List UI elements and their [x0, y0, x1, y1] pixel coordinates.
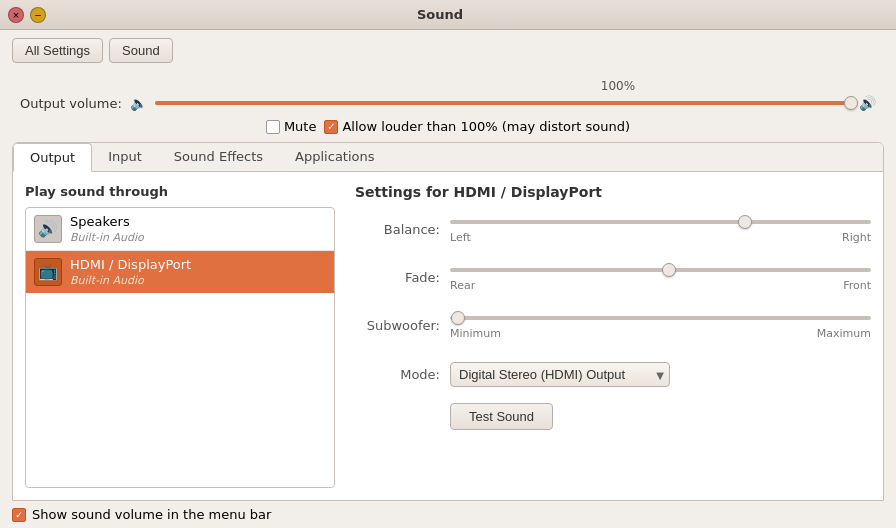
subwoofer-slider-wrap: Minimum Maximum	[450, 310, 871, 340]
volume-low-icon: 🔈	[130, 95, 147, 111]
fade-row: Fade: Rear Front	[355, 262, 871, 292]
tabs-container: Output Input Sound Effects Applications …	[12, 142, 884, 501]
balance-right-label: Right	[842, 231, 871, 244]
volume-slider[interactable]	[155, 101, 851, 105]
left-panel: Play sound through 🔊 Speakers Built-in A…	[25, 184, 335, 488]
subwoofer-row: Subwoofer: Minimum Maximum	[355, 310, 871, 340]
tab-input[interactable]: Input	[92, 143, 158, 172]
window-title: Sound	[0, 7, 888, 22]
left-panel-title: Play sound through	[25, 184, 335, 199]
test-sound-wrap: Test Sound	[355, 397, 871, 430]
mode-select[interactable]: Digital Stereo (HDMI) Output Analog Ster…	[450, 362, 670, 387]
speakers-name: Speakers	[70, 214, 144, 231]
mute-checkbox[interactable]	[266, 120, 280, 134]
fade-sub-labels: Rear Front	[450, 279, 871, 292]
louder-checkbox[interactable]: ✓	[324, 120, 338, 134]
window: × − Sound All Settings Sound 100% Output…	[0, 0, 896, 528]
fade-rear-label: Rear	[450, 279, 475, 292]
subwoofer-sub-labels: Minimum Maximum	[450, 327, 871, 340]
balance-slider[interactable]	[450, 220, 871, 224]
toolbar: All Settings Sound	[0, 30, 896, 71]
device-item-speakers[interactable]: 🔊 Speakers Built-in Audio	[26, 208, 334, 251]
show-volume-label: Show sound volume in the menu bar	[32, 507, 271, 522]
subwoofer-max-label: Maximum	[817, 327, 871, 340]
volume-label: Output volume:	[20, 96, 122, 111]
volume-row: Output volume: 🔈 🔊	[20, 95, 876, 111]
mute-row: Mute ✓ Allow louder than 100% (may disto…	[0, 115, 896, 138]
tab-sound-effects[interactable]: Sound Effects	[158, 143, 279, 172]
device-item-hdmi[interactable]: 📺 HDMI / DisplayPort Built-in Audio	[26, 251, 334, 293]
balance-left-label: Left	[450, 231, 471, 244]
speakers-sub: Built-in Audio	[70, 231, 144, 244]
fade-slider-wrap: Rear Front	[450, 262, 871, 292]
speakers-icon: 🔊	[34, 215, 62, 243]
tabs-bar: Output Input Sound Effects Applications	[13, 143, 883, 172]
hdmi-info: HDMI / DisplayPort Built-in Audio	[70, 257, 191, 287]
louder-label: Allow louder than 100% (may distort soun…	[342, 119, 630, 134]
fade-thumb[interactable]	[662, 263, 676, 277]
volume-thumb[interactable]	[844, 96, 858, 110]
volume-percent: 100%	[601, 79, 635, 93]
titlebar: × − Sound	[0, 0, 896, 30]
sound-button[interactable]: Sound	[109, 38, 173, 63]
hdmi-sub: Built-in Audio	[70, 274, 191, 287]
subwoofer-min-label: Minimum	[450, 327, 501, 340]
mode-label: Mode:	[355, 367, 440, 382]
device-list: 🔊 Speakers Built-in Audio 📺 HDMI / Displ…	[25, 207, 335, 488]
mute-checkbox-wrap: Mute	[266, 119, 317, 134]
bottom-bar: ✓ Show sound volume in the menu bar	[0, 501, 896, 528]
balance-label: Balance:	[355, 222, 440, 237]
test-sound-button[interactable]: Test Sound	[450, 403, 553, 430]
volume-high-icon: 🔊	[859, 95, 876, 111]
volume-section: 100% Output volume: 🔈 🔊	[0, 71, 896, 115]
mute-label: Mute	[284, 119, 317, 134]
balance-sub-labels: Left Right	[450, 231, 871, 244]
tab-output[interactable]: Output	[13, 143, 92, 172]
tab-output-content: Play sound through 🔊 Speakers Built-in A…	[13, 172, 883, 500]
balance-row: Balance: Left Right	[355, 214, 871, 244]
subwoofer-label: Subwoofer:	[355, 318, 440, 333]
volume-fill	[155, 101, 851, 105]
louder-checkbox-wrap: ✓ Allow louder than 100% (may distort so…	[324, 119, 630, 134]
show-volume-checkbox[interactable]: ✓	[12, 508, 26, 522]
mode-row: Mode: Digital Stereo (HDMI) Output Analo…	[355, 362, 871, 387]
subwoofer-slider[interactable]	[450, 316, 871, 320]
subwoofer-thumb[interactable]	[451, 311, 465, 325]
right-panel-title: Settings for HDMI / DisplayPort	[355, 184, 871, 200]
speakers-info: Speakers Built-in Audio	[70, 214, 144, 244]
all-settings-button[interactable]: All Settings	[12, 38, 103, 63]
right-panel: Settings for HDMI / DisplayPort Balance:…	[355, 184, 871, 488]
hdmi-name: HDMI / DisplayPort	[70, 257, 191, 274]
balance-slider-wrap: Left Right	[450, 214, 871, 244]
mode-select-wrap: Digital Stereo (HDMI) Output Analog Ster…	[450, 362, 670, 387]
fade-slider[interactable]	[450, 268, 871, 272]
tab-applications[interactable]: Applications	[279, 143, 390, 172]
balance-thumb[interactable]	[738, 215, 752, 229]
fade-label: Fade:	[355, 270, 440, 285]
fade-front-label: Front	[843, 279, 871, 292]
hdmi-icon: 📺	[34, 258, 62, 286]
